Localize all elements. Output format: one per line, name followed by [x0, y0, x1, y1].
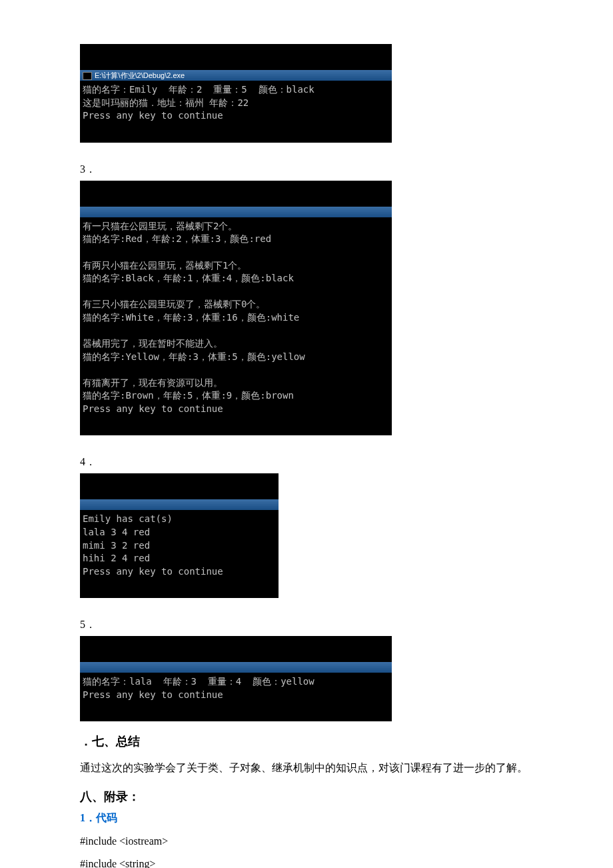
console-line: 这是叫玛丽的猫．地址：福州 年龄：22 — [83, 97, 249, 108]
console-line: 猫的名字:Brown，年龄:5，体重:9，颜色:brown — [83, 390, 294, 401]
console-line: 猫的名字：Emily 年龄：2 重量：5 颜色：black — [83, 84, 314, 95]
console-titlebar — [80, 499, 279, 510]
console-line: hihi 2 4 red — [83, 553, 150, 563]
section-7-paragraph: 通过这次的实验学会了关于类、子对象、继承机制中的知识点，对该门课程有了进一步的了… — [80, 756, 533, 779]
console-line: 猫的名字:Yellow，年龄:3，体重:5，颜色:yellow — [83, 351, 305, 362]
console-output-4: Emily has cat(s) lala 3 4 red mimi 3 2 r… — [80, 473, 279, 598]
code-line: #include <string> — [80, 853, 533, 868]
console-titlebar: E:\计算\作业\2\Debug\2.exe — [80, 70, 392, 81]
console-line: Press any key to continue — [83, 689, 223, 700]
console-output-2: E:\计算\作业\2\Debug\2.exe猫的名字：Emily 年龄：2 重量… — [80, 44, 392, 143]
code-line: #include <iostream> — [80, 831, 533, 852]
console-line: Press any key to continue — [83, 566, 223, 577]
console-line: 有一只猫在公园里玩，器械剩下2个。 — [83, 221, 237, 231]
console-titlebar — [80, 662, 392, 673]
console-line: lala 3 4 red — [83, 527, 150, 537]
section-7-title: ．七、总结 — [80, 733, 533, 749]
code-heading: 1．代码 — [80, 811, 533, 825]
console-line: Press any key to continue — [83, 403, 223, 414]
console-line: 有三只小猫在公园里玩耍了，器械剩下0个。 — [83, 299, 265, 309]
console-line: 有猫离开了，现在有资源可以用。 — [83, 377, 223, 388]
item-number-5: 5． — [80, 618, 533, 632]
console-line: 猫的名字:Black，年龄:1，体重:4，颜色:black — [83, 273, 294, 283]
console-output-3: 有一只猫在公园里玩，器械剩下2个。 猫的名字:Red，年龄:2，体重:3，颜色:… — [80, 181, 392, 436]
console-line: 猫的名字:White，年龄:3，体重:16，颜色:white — [83, 312, 299, 323]
console-line: mimi 3 2 red — [83, 540, 150, 551]
console-line: 猫的名字:Red，年龄:2，体重:3，颜色:red — [83, 233, 271, 244]
item-number-4: 4． — [80, 455, 533, 469]
console-line: Press any key to continue — [83, 110, 223, 121]
console-titlebar — [80, 207, 392, 217]
console-line: 有两只小猫在公园里玩，器械剩下1个。 — [83, 260, 247, 271]
document-page: E:\计算\作业\2\Debug\2.exe猫的名字：Emily 年龄：2 重量… — [0, 0, 613, 868]
cmd-icon — [83, 72, 92, 80]
console-title-text: E:\计算\作业\2\Debug\2.exe — [95, 71, 185, 79]
console-line: Emily has cat(s) — [83, 513, 173, 524]
item-number-3: 3． — [80, 163, 533, 177]
console-line: 器械用完了，现在暂时不能进入。 — [83, 338, 223, 349]
section-8-title: 八、附录： — [80, 789, 533, 805]
console-output-5: 猫的名字：lala 年龄：3 重量：4 颜色：yellow Press any … — [80, 636, 392, 721]
console-line: 猫的名字：lala 年龄：3 重量：4 颜色：yellow — [83, 676, 314, 687]
